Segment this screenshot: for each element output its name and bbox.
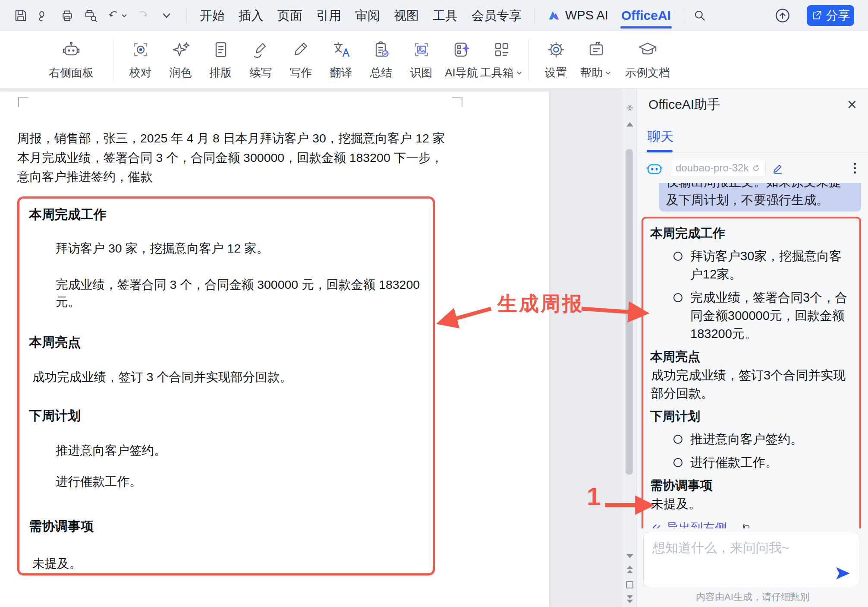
redo-button[interactable] bbox=[134, 6, 153, 25]
save-button[interactable] bbox=[11, 6, 30, 25]
browse-object-button[interactable] bbox=[625, 580, 634, 589]
right-panel-toggle-button[interactable]: 右侧面板 bbox=[36, 39, 106, 80]
sample-doc-button[interactable]: 示例文档 bbox=[616, 39, 679, 80]
right-panel-toggle-label: 右侧面板 bbox=[49, 65, 94, 80]
scrollbar-thumb[interactable] bbox=[626, 149, 633, 475]
output-pdf-icon bbox=[36, 8, 52, 23]
model-name: doubao-pro-32k bbox=[676, 162, 748, 174]
ai-paragraph: 未提及。 bbox=[651, 495, 852, 513]
menu-membership[interactable]: 会员专享 bbox=[465, 0, 528, 31]
ai-heading: 本周亮点 bbox=[650, 348, 852, 365]
chat-input[interactable] bbox=[644, 532, 859, 587]
scroll-up-button[interactable] bbox=[625, 120, 634, 129]
collapse-panel-icon[interactable] bbox=[625, 103, 634, 112]
menu-view[interactable]: 视图 bbox=[387, 0, 426, 31]
chevron-down-icon bbox=[516, 69, 523, 76]
next-page-button[interactable] bbox=[625, 594, 634, 604]
document-scrollbar-column bbox=[623, 89, 637, 607]
robot-panel-icon bbox=[61, 39, 82, 60]
ai-bullet-text: 进行催款工作。 bbox=[690, 453, 778, 471]
summary-button[interactable]: 总结 bbox=[361, 39, 401, 80]
writing-button[interactable]: 写作 bbox=[281, 39, 321, 80]
translate-label: 翻译 bbox=[330, 65, 352, 80]
text-boundary-mark bbox=[18, 97, 28, 107]
continue-writing-button[interactable]: 续写 bbox=[241, 39, 281, 80]
bullet-circle-icon bbox=[673, 458, 682, 467]
doc-paragraph: 成功完成业绩，签订 3 个合同并实现部分回款。 bbox=[29, 368, 423, 386]
tab-chat[interactable]: 聊天 bbox=[647, 120, 674, 152]
toolbox-button[interactable]: 工具箱 bbox=[481, 39, 522, 80]
menu-review[interactable]: 审阅 bbox=[348, 0, 387, 31]
previous-page-button[interactable] bbox=[625, 565, 634, 574]
doc-paragraph: 进行催款工作。 bbox=[29, 473, 423, 490]
model-selector[interactable]: doubao-pro-32k bbox=[670, 159, 766, 177]
kebab-menu-icon[interactable] bbox=[849, 161, 860, 175]
summary-label: 总结 bbox=[370, 65, 393, 80]
proofread-label: 校对 bbox=[129, 65, 152, 80]
doc-paragraph: 完成业绩，签署合同 3 个，合同金额 300000 元，回款金额 183200 … bbox=[29, 276, 423, 310]
print-preview-button[interactable] bbox=[81, 6, 100, 25]
menu-wps-ai[interactable]: WPS AI bbox=[541, 8, 614, 22]
share-icon bbox=[811, 10, 822, 21]
tab-active-underline bbox=[647, 150, 673, 152]
help-button[interactable]: 帮助 bbox=[576, 39, 616, 80]
menu-reference[interactable]: 引用 bbox=[309, 0, 348, 31]
ribbon-toolbar: 右侧面板 校对 润色 排版 续写 写作 bbox=[0, 31, 868, 89]
layout-button[interactable]: 排版 bbox=[201, 39, 241, 80]
send-icon[interactable] bbox=[834, 564, 852, 582]
menubar-separator bbox=[186, 8, 187, 23]
polish-button[interactable]: 润色 bbox=[160, 39, 201, 80]
print-preview-icon bbox=[83, 8, 98, 23]
image-recognition-label: 识图 bbox=[410, 65, 433, 80]
print-button[interactable] bbox=[58, 6, 77, 25]
layout-icon bbox=[211, 39, 231, 60]
menu-insert[interactable]: 插入 bbox=[232, 0, 270, 31]
text-boundary-mark bbox=[452, 97, 462, 107]
search-button[interactable] bbox=[690, 6, 709, 25]
doc-heading: 本周完成工作 bbox=[29, 206, 423, 223]
officeai-assistant-panel: OfficeAI助手 × 聊天 doubao-pro-32k bbox=[637, 89, 868, 607]
ai-bullet-item: 拜访客户30家，挖掘意向客户12家。 bbox=[650, 247, 852, 283]
ai-message-actions: 导出到左侧 bbox=[650, 520, 852, 528]
menu-officeai[interactable]: OfficeAI bbox=[614, 0, 678, 31]
close-icon[interactable]: × bbox=[847, 96, 857, 113]
doc-paragraph: 拜访客户 30 家，挖掘意向客户 12 家。 bbox=[29, 240, 423, 257]
menu-page[interactable]: 页面 bbox=[270, 0, 309, 31]
panel-header: OfficeAI助手 × bbox=[637, 89, 868, 120]
ribbon-separator bbox=[528, 39, 529, 80]
image-recognition-button[interactable]: 识图 bbox=[401, 39, 441, 80]
ai-bullet-text: 拜访客户30家，挖掘意向客户12家。 bbox=[690, 247, 852, 283]
document-page[interactable]: 周报，销售部，张三，2025 年 4 月 8 日本月拜访客户 30，挖掘意向客户… bbox=[0, 92, 549, 607]
export-to-left-button[interactable]: 导出到左侧 bbox=[651, 520, 727, 528]
output-pdf-button[interactable] bbox=[35, 6, 53, 25]
menubar: 开始 插入 页面 引用 审阅 视图 工具 会员专享 WPS AI OfficeA… bbox=[0, 0, 868, 31]
graduation-cap-icon bbox=[637, 39, 658, 60]
ai-navigation-button[interactable]: AI导航 bbox=[441, 39, 481, 80]
translate-button[interactable]: 翻译 bbox=[321, 39, 361, 80]
scroll-down-button[interactable] bbox=[625, 551, 634, 560]
export-arrows-icon bbox=[651, 522, 663, 529]
continue-writing-label: 续写 bbox=[250, 65, 272, 80]
settings-button[interactable]: 设置 bbox=[536, 39, 576, 80]
upload-cloud-button[interactable] bbox=[773, 6, 792, 25]
continue-writing-icon bbox=[251, 39, 271, 60]
doc-paragraph: 未提及。 bbox=[29, 555, 423, 572]
copy-icon[interactable] bbox=[741, 522, 752, 529]
document-annotation-redbox: 本周完成工作 拜访客户 30 家，挖掘意向客户 12 家。 完成业绩，签署合同 … bbox=[17, 196, 435, 575]
model-row: doubao-pro-32k bbox=[637, 155, 868, 181]
edit-pencil-icon[interactable] bbox=[772, 161, 785, 174]
customize-toolbar-button[interactable] bbox=[157, 6, 176, 25]
menu-home[interactable]: 开始 bbox=[193, 0, 232, 31]
doc-heading: 下周计划 bbox=[29, 407, 423, 424]
share-button[interactable]: 分享 bbox=[807, 5, 854, 26]
menu-tools[interactable]: 工具 bbox=[426, 0, 465, 31]
bullet-circle-icon bbox=[673, 293, 682, 302]
ai-bullet-text: 推进意向客户签约。 bbox=[690, 430, 803, 448]
proofread-button[interactable]: 校对 bbox=[120, 39, 160, 80]
help-icon bbox=[586, 39, 607, 60]
wps-ai-label: WPS AI bbox=[565, 8, 608, 22]
panel-title: OfficeAI助手 bbox=[648, 96, 720, 114]
toolbox-label: 工具箱 bbox=[480, 65, 514, 80]
tab-chat-label: 聊天 bbox=[648, 128, 673, 145]
undo-button[interactable] bbox=[104, 6, 129, 25]
